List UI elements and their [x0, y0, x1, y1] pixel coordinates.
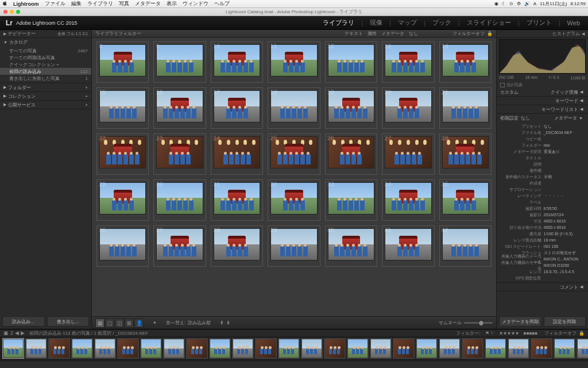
grid-thumbnail[interactable]: 34 [382, 179, 434, 221]
filmstrip-thumbnail[interactable] [439, 338, 461, 359]
grid-thumbnail[interactable]: 19 [325, 87, 377, 129]
module-develop[interactable]: 現像 [368, 18, 385, 27]
filmstrip-thumbnail[interactable] [232, 338, 254, 359]
catalog-item[interactable]: すべての同期済み写真 [0, 54, 91, 61]
menu-photo[interactable]: 写真 [119, 0, 129, 7]
module-print[interactable]: プリント [524, 18, 554, 27]
grid-thumbnail[interactable]: 25 [268, 133, 320, 175]
filmstrip-thumbnail[interactable] [301, 338, 323, 359]
monitor-icon[interactable]: ▣ [3, 330, 9, 336]
grid-thumbnail[interactable]: 16 [153, 87, 206, 129]
filmstrip-thumbnail[interactable] [370, 338, 392, 359]
lock-icon[interactable]: 🔒 [487, 31, 493, 36]
catalog-header[interactable]: ▼ カタログ [0, 38, 91, 46]
metadata-value[interactable]: 2016/07/24 [544, 213, 585, 217]
filmstrip-thumbnail[interactable] [347, 338, 369, 359]
quickdev-header[interactable]: カスタムクイック現像◀ [497, 88, 588, 96]
catalog-item[interactable]: すべての写真2407 [0, 47, 91, 54]
keywordlist-header[interactable]: キーワードリスト◀ [497, 105, 588, 113]
filmstrip-thumbnail[interactable] [531, 338, 552, 359]
filter-text[interactable]: テキスト [345, 30, 363, 37]
sort-value[interactable]: 読み込み順 [188, 320, 211, 326]
comments-header[interactable]: コメント◀ [497, 283, 588, 291]
sort-desc-icon[interactable]: ⬇ [226, 320, 230, 325]
import-button[interactable]: 読み込み... [2, 316, 45, 327]
thumbnail-size-slider[interactable] [464, 322, 493, 324]
filmstrip-thumbnail[interactable] [508, 338, 529, 359]
filmstrip-thumbnail[interactable] [2, 338, 24, 359]
sync-settings-button[interactable]: 設定を同期 [544, 316, 586, 327]
thumbnail-grid[interactable]: 8910111213141516171819202122232425262728… [92, 38, 496, 316]
lock-icon[interactable]: 🔒 [579, 331, 585, 336]
menu-metadata[interactable]: メタデータ [135, 0, 161, 7]
module-map[interactable]: マップ [396, 18, 419, 27]
grid-thumbnail[interactable]: 36 [96, 225, 149, 267]
module-book[interactable]: ブック [430, 18, 454, 27]
nav-fwd-icon[interactable]: ▶ [21, 330, 25, 336]
metadata-value[interactable]: ISO 100 [544, 244, 585, 248]
grid-thumbnail[interactable]: 12 [325, 41, 377, 83]
metadata-preset[interactable]: 初期設定 [500, 115, 519, 121]
grid-thumbnail[interactable]: 15 [96, 87, 149, 129]
menu-library[interactable]: ライブラリ [87, 0, 113, 7]
filmstrip-thumbnail[interactable] [140, 338, 162, 359]
menu-help[interactable]: ヘルプ [214, 0, 230, 7]
grid-thumbnail[interactable]: 10 [211, 41, 263, 83]
status-icon[interactable]: ◉ [494, 1, 498, 6]
grid-thumbnail[interactable]: 21 [439, 87, 492, 129]
metadata-value[interactable]: 8:50:50 [544, 206, 585, 210]
original-checkbox[interactable] [500, 83, 505, 87]
grid-thumbnail[interactable]: 39 [268, 225, 320, 267]
metadata-value[interactable]: 変更あり [544, 149, 585, 155]
metadata-value[interactable]: NIKON C...RATION [544, 257, 585, 261]
filmstrip[interactable] [0, 336, 588, 362]
grid-thumbnail[interactable]: 23 [153, 133, 206, 175]
menu-view[interactable]: 表示 [167, 0, 177, 7]
sync-meta-button[interactable]: メタデータを同期 [499, 316, 541, 327]
collections-header[interactable]: ▶コレクション+ [0, 92, 91, 100]
metadata-value[interactable]: なし [544, 124, 585, 129]
grid-thumbnail[interactable]: 37 [153, 225, 206, 267]
grid-thumbnail[interactable]: 40 [325, 225, 377, 267]
menu-edit[interactable]: 編集 [71, 0, 82, 7]
rating-filter[interactable]: ★★★★★ [499, 331, 519, 336]
filmstrip-thumbnail[interactable] [485, 338, 506, 359]
sort-asc-icon[interactable]: ⬆ [220, 320, 224, 325]
filmstrip-thumbnail[interactable] [25, 338, 47, 359]
filter-none[interactable]: なし [409, 30, 418, 37]
filmstrip-thumbnail[interactable] [577, 338, 588, 359]
catalog-item[interactable]: 書き出しに失敗した写真1 [0, 75, 91, 82]
filmstrip-thumbnail[interactable] [278, 338, 300, 359]
menu-window[interactable]: ウィンドウ [183, 0, 208, 7]
metadata-value[interactable]: _DSC0634.NEF [544, 131, 585, 135]
catalog-item[interactable]: 前回の読み込み112 [0, 68, 91, 75]
filmstrip-thumbnail[interactable] [163, 338, 185, 359]
apple-icon[interactable] [2, 1, 7, 7]
grid-thumbnail[interactable]: 18 [268, 87, 320, 129]
grid-thumbnail[interactable]: 13 [382, 41, 434, 83]
grid-thumbnail[interactable]: 29 [96, 179, 149, 221]
module-slideshow[interactable]: スライドショー [465, 18, 513, 27]
filmstrip-thumbnail[interactable] [554, 338, 575, 359]
wifi-icon[interactable]: ⚙ [517, 1, 521, 6]
people-view-icon[interactable]: 👤 [134, 319, 144, 328]
module-web[interactable]: Web [565, 20, 582, 26]
metadata-value[interactable]: ストロボ発光せず [544, 250, 585, 256]
grid-thumbnail[interactable]: 27 [382, 133, 434, 175]
metadata-value[interactable]: 18.0-70.../3.5-4.5 [544, 270, 585, 274]
grid-thumbnail[interactable]: 8 [96, 41, 149, 83]
metadata-value[interactable]: 1/160 秒 (f / 6.3) [544, 231, 585, 237]
monitor2-icon[interactable]: 2 [10, 330, 13, 336]
zoom-button[interactable] [16, 10, 20, 14]
loupe-view-icon[interactable]: ▢ [105, 319, 114, 328]
filmstrip-thumbnail[interactable] [71, 338, 93, 359]
grid-thumbnail[interactable]: 31 [211, 179, 263, 221]
filmstrip-thumbnail[interactable] [117, 338, 139, 359]
grid-thumbnail[interactable]: 24 [211, 133, 263, 175]
grid-thumbnail[interactable]: 14 [439, 41, 492, 83]
filmstrip-thumbnail[interactable] [393, 338, 415, 359]
filmstrip-thumbnail[interactable] [462, 338, 483, 359]
painter-icon[interactable]: ✦ [153, 320, 157, 325]
filmstrip-thumbnail[interactable] [324, 338, 346, 359]
metadata-value[interactable]: 4000 x 6016 [544, 219, 585, 223]
